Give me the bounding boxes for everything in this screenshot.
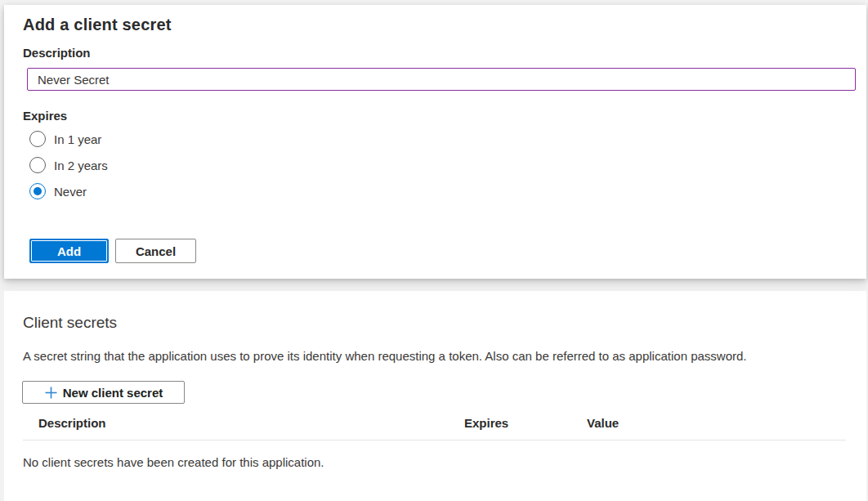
- empty-table-message: No client secrets have been created for …: [23, 455, 324, 469]
- table-header-divider: [23, 440, 846, 441]
- table-header-description: Description: [38, 416, 106, 430]
- dialog-title: Add a client secret: [23, 16, 172, 34]
- radio-selected-icon[interactable]: [29, 183, 46, 199]
- new-client-secret-button[interactable]: New client secret: [22, 381, 185, 404]
- radio-option-in-1-year[interactable]: In 1 year: [29, 129, 101, 149]
- add-client-secret-dialog: Add a client secret Description Expires …: [4, 5, 866, 279]
- radio-option-label: In 2 years: [54, 159, 108, 172]
- radio-option-label: Never: [54, 185, 87, 199]
- description-field-label: Description: [23, 46, 91, 60]
- description-input[interactable]: [27, 68, 856, 91]
- radio-option-never[interactable]: Never: [29, 181, 87, 201]
- expires-field-label: Expires: [23, 109, 67, 123]
- add-button[interactable]: Add: [29, 239, 109, 263]
- table-header-expires: Expires: [464, 416, 508, 430]
- radio-unselected-icon[interactable]: [29, 157, 46, 173]
- section-description: A secret string that the application use…: [23, 349, 747, 363]
- section-title: Client secrets: [23, 314, 117, 332]
- cancel-button[interactable]: Cancel: [115, 239, 196, 263]
- radio-option-label: In 1 year: [54, 132, 101, 146]
- plus-icon: [44, 386, 58, 400]
- client-secrets-section: Client secrets A secret string that the …: [4, 291, 866, 501]
- radio-dot: [34, 187, 42, 195]
- radio-option-in-2-years[interactable]: In 2 years: [29, 155, 108, 175]
- new-client-secret-label: New client secret: [63, 386, 163, 400]
- radio-unselected-icon[interactable]: [29, 131, 46, 147]
- table-header-value: Value: [587, 416, 619, 430]
